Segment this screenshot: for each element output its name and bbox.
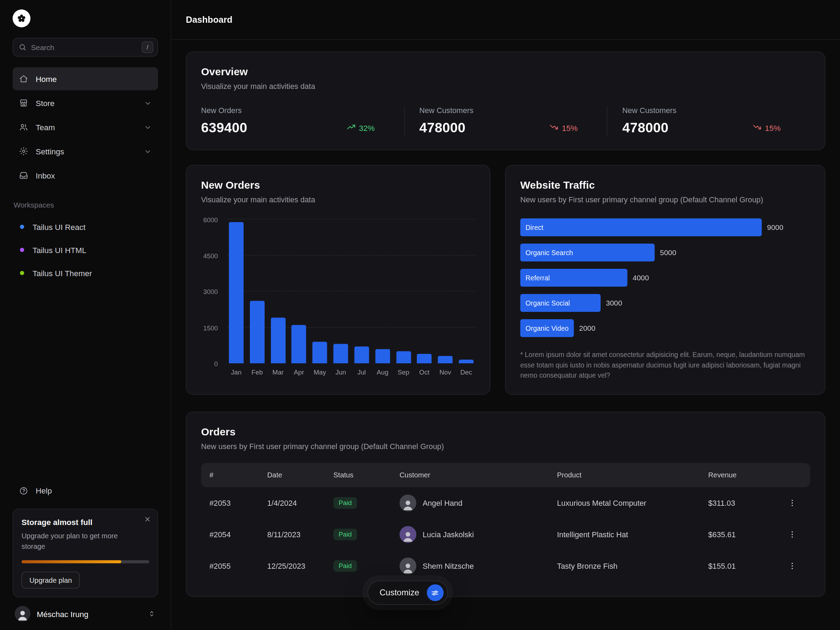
bar (375, 349, 390, 364)
bar (354, 346, 369, 363)
traffic-bar: Organic Search (521, 243, 655, 261)
overview-subtitle: Visualize your main activities data (201, 82, 810, 90)
customize-label: Customize (380, 588, 419, 597)
website-traffic-title: Website Traffic (521, 179, 810, 191)
bar-column: Aug (375, 219, 391, 363)
sidebar-item-store[interactable]: Store (13, 92, 158, 114)
app-logo-icon[interactable] (13, 9, 30, 27)
traffic-bar-row: Organic Social 3000 (521, 294, 810, 312)
traffic-bar-label: Organic Social (526, 299, 570, 307)
charts-row: New Orders Visualize your main activitie… (186, 165, 825, 395)
column-header: Product (557, 471, 708, 479)
new-orders-chart-card: New Orders Visualize your main activitie… (186, 165, 490, 395)
status-badge: Paid (333, 560, 357, 572)
bar-column: May (312, 219, 328, 363)
team-icon (19, 123, 28, 132)
search-shortcut-badge: / (142, 42, 153, 53)
bar-column: Jul (354, 219, 369, 363)
close-icon[interactable] (144, 515, 151, 524)
traffic-bar-value: 4000 (633, 274, 649, 282)
traffic-bars: Direct 9000 Organic Search 5000 Referral… (521, 218, 810, 337)
bar (292, 325, 306, 364)
orders-title: Orders (201, 426, 810, 438)
traffic-bar: Organic Social (521, 294, 601, 312)
sidebar: / Home Store Team Settings Inbox Worksp (0, 0, 171, 630)
column-header: Status (333, 471, 400, 479)
workspaces-list: Tailus UI React Tailus UI HTML Tailus UI… (13, 215, 158, 284)
trend-up-icon (346, 123, 355, 134)
sidebar-item-inbox[interactable]: Inbox (13, 164, 158, 187)
row-menu-button[interactable] (783, 529, 802, 539)
order-date: 8/11/2023 (267, 530, 333, 538)
order-revenue: $155.01 (708, 561, 783, 570)
sliders-icon (427, 584, 444, 601)
nav-item-label: Team (36, 123, 55, 132)
help-icon (19, 486, 28, 495)
order-date: 1/4/2024 (267, 498, 333, 507)
overview-stats: New Orders 639400 32% New Customers 4780… (201, 106, 810, 136)
order-id: #2053 (210, 498, 267, 507)
workspace-color-dot (20, 248, 24, 252)
help-label: Help (36, 486, 52, 495)
table-row[interactable]: #2053 1/4/2024 Paid Angel Hand Luxurious… (201, 487, 810, 518)
bar-column: Mar (270, 219, 286, 363)
order-date: 12/25/2023 (267, 561, 333, 570)
bar-column: Nov (437, 219, 453, 363)
nav-item-label: Home (36, 74, 57, 83)
row-menu-button[interactable] (783, 498, 802, 507)
column-header: Date (267, 471, 333, 479)
orders-table-card: Orders New users by First user primary c… (186, 411, 825, 597)
upgrade-plan-button[interactable]: Upgrade plan (22, 572, 80, 589)
customize-button[interactable]: Customize (368, 581, 448, 605)
traffic-bar-label: Referral (526, 274, 550, 282)
sidebar-item-settings[interactable]: Settings (13, 140, 158, 163)
customer-avatar (400, 557, 417, 574)
storage-card-title: Storage almost full (22, 517, 150, 526)
workspace-item[interactable]: Tailus UI Themer (13, 261, 158, 284)
bar (459, 360, 474, 364)
search-input[interactable] (31, 43, 138, 51)
search-icon (19, 43, 27, 51)
workspace-label: Tailus UI Themer (33, 268, 92, 278)
website-traffic-card: Website Traffic New users by First user … (505, 165, 825, 395)
new-orders-chart-title: New Orders (201, 179, 475, 191)
workspace-item[interactable]: Tailus UI HTML (13, 238, 158, 261)
orders-bar-chart: 01500300045006000 Jan Feb Mar Apr May Ju… (227, 219, 475, 363)
stat: New Customers 478000 15% (607, 106, 810, 136)
bar-month-label: Feb (252, 369, 263, 376)
user-menu[interactable]: Méschac Irung (13, 606, 158, 622)
traffic-bar-label: Organic Search (526, 248, 573, 257)
bar-column: Apr (291, 219, 307, 363)
store-icon (19, 98, 28, 108)
sidebar-item-team[interactable]: Team (13, 115, 158, 139)
order-product: Luxurious Metal Computer (557, 498, 708, 507)
traffic-bar: Direct (521, 218, 762, 236)
overview-title: Overview (201, 66, 810, 78)
workspace-item[interactable]: Tailus UI React (13, 215, 158, 238)
bar-column: Feb (249, 219, 265, 363)
row-menu-button[interactable] (783, 561, 802, 570)
order-id: #2054 (210, 530, 267, 538)
bar (250, 301, 265, 364)
order-product: Tasty Bronze Fish (557, 561, 708, 570)
traffic-bar: Organic Video (521, 319, 574, 337)
sidebar-item-home[interactable]: Home (13, 67, 158, 90)
nav-item-label: Store (36, 98, 55, 107)
main-content: Overview Visualize your main activities … (171, 40, 840, 597)
bar-month-label: Jan (231, 369, 242, 376)
bar-column: Oct (417, 219, 432, 363)
bar-month-label: Apr (294, 369, 304, 376)
order-revenue: $635.61 (708, 530, 783, 538)
sidebar-item-help[interactable]: Help (13, 480, 158, 501)
column-header: # (210, 471, 267, 479)
user-name: Méschac Irung (37, 609, 88, 619)
trend-down-icon (549, 123, 559, 134)
orders-chart-bars: Jan Feb Mar Apr May Jun Jul Aug Sep Oct … (227, 219, 475, 363)
search-bar: / (13, 38, 158, 57)
table-row[interactable]: #2055 12/25/2023 Paid Shem Nitzsche Tast… (201, 550, 810, 581)
table-row[interactable]: #2054 8/11/2023 Paid Lucia Jaskolski Int… (201, 518, 810, 550)
table-body: #2053 1/4/2024 Paid Angel Hand Luxurious… (201, 487, 810, 581)
traffic-footnote: * Lorem ipsum dolor sit amet consectetur… (521, 350, 810, 381)
page-title: Dashboard (186, 14, 232, 25)
bar (333, 344, 348, 364)
